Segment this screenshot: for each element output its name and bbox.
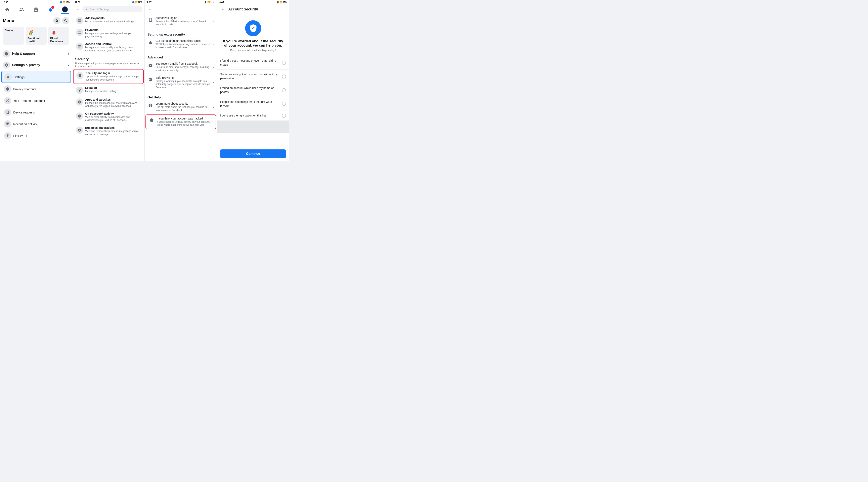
settings-item-icon-wifi: [4, 132, 11, 139]
security-row-alerts[interactable]: Get alerts about unrecognized logins We'…: [145, 37, 217, 51]
app-card-emotional-health[interactable]: 🌈 Emotional Health: [26, 27, 46, 45]
settings-row-security-login[interactable]: Security and login Update login settings…: [73, 69, 144, 84]
top-nav: 1: [0, 4, 72, 15]
profile-icon[interactable]: [61, 6, 69, 14]
security-row-hacked[interactable]: If you think your account was hacked If …: [146, 115, 216, 129]
radio-1[interactable]: [282, 74, 286, 78]
settings-item-icon-privacy: [4, 85, 11, 93]
emails-chevron: ›: [213, 65, 214, 69]
advanced-title: Advanced: [145, 53, 217, 60]
settings-group-payments: Ads Payments Make payments or edit your …: [72, 14, 145, 54]
security-list: Authorized logins Review a list of devic…: [145, 14, 217, 161]
back-button-4[interactable]: ←: [220, 6, 226, 12]
hero-title: If you're worried about the security of …: [221, 39, 285, 47]
settings-group-security: Security Update login settings and manag…: [72, 55, 145, 138]
settings-row-off-facebook[interactable]: Off-Facebook activity View or clear acti…: [73, 110, 144, 124]
settings-item-wifi[interactable]: Find Wi-Fi: [1, 130, 71, 141]
radio-2[interactable]: [282, 88, 286, 92]
settings-item-device[interactable]: Device requests: [1, 107, 71, 118]
auth-logins-chevron: ›: [213, 20, 214, 23]
settings-item-icon-time: [4, 97, 11, 104]
status-icons-1: 🔵 📶 12%: [60, 1, 70, 3]
hero-section: If you're worried about the security of …: [217, 14, 289, 56]
learn-security-icon: [148, 102, 154, 108]
security-group-title: Security: [72, 55, 145, 62]
settings-row-access-control[interactable]: Access and Control Manage your data, mod…: [73, 40, 144, 54]
settings-item-icon-settings: [4, 73, 12, 81]
continue-btn-area: Continue: [217, 147, 289, 161]
settings-item-icon-device: [4, 109, 11, 116]
settings-item-settings[interactable]: Settings: [1, 71, 71, 83]
search-bar[interactable]: [82, 6, 143, 12]
security-row-auth-logins[interactable]: Authorized logins Review a list of devic…: [145, 14, 217, 28]
options-list: I found a post, message or event that I …: [217, 56, 289, 147]
help-support-section[interactable]: Help & support ▾: [0, 48, 72, 59]
safe-browsing-icon: [148, 76, 154, 83]
app-card-center[interactable]: Center: [3, 27, 24, 45]
status-icons-2: 🔵 📶 12%: [132, 1, 142, 3]
access-control-icon: [76, 43, 83, 50]
search-menu-icon[interactable]: [62, 17, 69, 24]
radio-4[interactable]: [282, 114, 286, 118]
notifications-icon[interactable]: 1: [46, 6, 55, 14]
status-bar-4: 3:45 📱 📶 85%: [217, 0, 289, 4]
option-row-2[interactable]: I found an account which uses my name or…: [217, 83, 289, 97]
payments-icon: [76, 29, 83, 36]
blood-donations-icon: 🩸: [50, 29, 58, 36]
extra-security-title: Setting up extra security: [145, 30, 217, 37]
option-row-0[interactable]: I found a post, message or event that I …: [217, 56, 289, 70]
option-row-4[interactable]: I don't see the right option on this lis…: [217, 111, 289, 121]
continue-button[interactable]: Continue: [220, 150, 286, 158]
option-row-1[interactable]: Someone else got into my account without…: [217, 70, 289, 83]
alerts-icon: [148, 39, 154, 45]
shield-icon-large: [245, 20, 261, 36]
back-button-3[interactable]: ←: [147, 6, 153, 12]
time-4: 3:45: [219, 1, 224, 3]
settings-row-business[interactable]: Business integrations View and remove th…: [73, 124, 144, 138]
settings-row-apps-websites[interactable]: Apps and websites Manage the information…: [73, 96, 144, 110]
friends-icon[interactable]: [18, 6, 26, 14]
settings-privacy-section[interactable]: Settings & privacy ▴: [0, 59, 72, 71]
marketplace-icon[interactable]: [32, 6, 40, 14]
ads-payments-icon: [76, 17, 83, 24]
panel4-top-bar: ← Account Security: [217, 4, 289, 14]
radio-3[interactable]: [282, 102, 286, 106]
option-row-3[interactable]: People can see things that I thought wer…: [217, 97, 289, 111]
settings-row-payments[interactable]: Payments Manage your payment settings an…: [73, 26, 144, 40]
status-bar-1: 12:03 🔵 📶 12%: [0, 0, 72, 4]
settings-item-ad[interactable]: Recent ad activity: [1, 118, 71, 130]
app-card-blood-donations[interactable]: 🩸 Blood Donations: [48, 27, 69, 45]
panel2-top-bar: ←: [72, 4, 145, 14]
settings-privacy-icon: [3, 61, 10, 69]
security-row-emails[interactable]: See recent emails from Facebook See a li…: [145, 60, 217, 74]
security-row-learn[interactable]: Learn more about security Find out more …: [145, 100, 217, 114]
auth-logins-icon: [148, 17, 154, 23]
settings-list: Ads Payments Make payments or edit your …: [72, 14, 145, 161]
panel3-top-bar: ←: [145, 4, 217, 14]
settings-item-time[interactable]: Your Time on Facebook: [1, 95, 71, 106]
off-facebook-icon: [76, 113, 83, 120]
time-3: 2:17: [147, 1, 152, 3]
header-icons: [53, 17, 69, 24]
settings-item-icon-ad: [4, 120, 11, 128]
help-icon: [3, 50, 10, 58]
gray-area: [217, 121, 289, 133]
security-row-safe-browsing[interactable]: Safe Browsing Display a warning if you a…: [145, 74, 217, 91]
settings-row-ads-payments[interactable]: Ads Payments Make payments or edit your …: [73, 14, 144, 26]
back-button-2[interactable]: ←: [74, 6, 81, 12]
alerts-chevron: ›: [213, 42, 214, 46]
settings-gear-icon[interactable]: [53, 17, 60, 24]
settings-row-location[interactable]: Location Manage your location settings.: [73, 84, 144, 96]
emotional-health-icon: 🌈: [28, 29, 35, 36]
location-icon: [76, 87, 83, 94]
settings-item-privacy[interactable]: Privacy shortcuts: [1, 83, 71, 95]
search-input[interactable]: [90, 8, 140, 11]
help-chevron: ▾: [68, 52, 69, 56]
home-icon[interactable]: [3, 6, 11, 14]
notification-badge: 1: [51, 6, 54, 9]
radio-0[interactable]: [282, 61, 286, 65]
safe-browsing-chevron: ›: [213, 81, 214, 84]
svg-point-0: [7, 76, 9, 77]
status-bar-3: 2:17 📱 📶 91%: [145, 0, 217, 4]
get-help-title: Get Help: [145, 93, 217, 100]
